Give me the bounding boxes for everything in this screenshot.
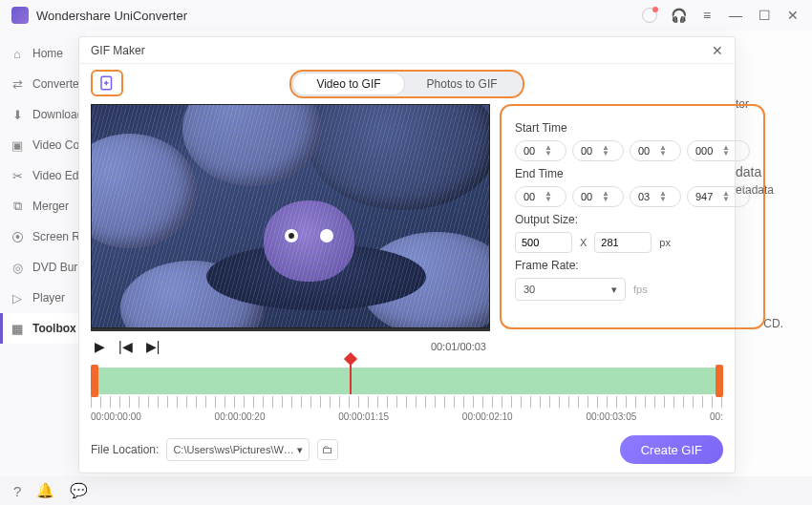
trim-start-handle[interactable] bbox=[91, 365, 98, 397]
chevron-down-icon: ▾ bbox=[611, 284, 617, 296]
sidebar-item-toolbox[interactable]: ▦Toolbox bbox=[0, 313, 86, 344]
next-frame-button[interactable]: ▶| bbox=[146, 339, 160, 354]
sidebar-item-dvd-burner[interactable]: ◎DVD Burner bbox=[0, 252, 86, 283]
home-icon: ⌂ bbox=[10, 46, 25, 61]
start-time-label: Start Time bbox=[515, 121, 750, 135]
settings-panel: Start Time 00▲▼ 00▲▼ 00▲▼ 000▲▼ End Time… bbox=[500, 104, 765, 329]
window-minimize-icon[interactable]: — bbox=[728, 8, 743, 23]
start-minutes-stepper[interactable]: 00▲▼ bbox=[572, 140, 624, 161]
stepper-arrows-icon[interactable]: ▲▼ bbox=[722, 145, 745, 157]
start-seconds-stepper[interactable]: 00▲▼ bbox=[630, 140, 681, 161]
start-ms-stepper[interactable]: 000▲▼ bbox=[687, 140, 750, 161]
tab-photos-to-gif[interactable]: Photos to GIF bbox=[404, 74, 521, 95]
end-minutes-stepper[interactable]: 00▲▼ bbox=[572, 186, 624, 207]
sidebar-item-label: Player bbox=[32, 291, 65, 305]
output-size-label: Output Size: bbox=[515, 213, 750, 226]
stepper-arrows-icon[interactable]: ▲▼ bbox=[722, 191, 745, 202]
timeline: 00:00:00:00 00:00:00:20 00:00:01:15 00:0… bbox=[91, 368, 723, 422]
fps-unit: fps bbox=[633, 284, 648, 295]
timeline-track[interactable] bbox=[91, 368, 723, 394]
add-media-button[interactable] bbox=[91, 70, 123, 96]
frame-rate-label: Frame Rate: bbox=[515, 259, 750, 272]
help-icon[interactable]: ? bbox=[13, 483, 21, 499]
record-icon: ⦿ bbox=[10, 229, 25, 244]
mode-tabs: Video to GIF Photos to GIF bbox=[289, 70, 524, 98]
window-maximize-icon[interactable]: ☐ bbox=[757, 8, 772, 23]
scissors-icon: ✂ bbox=[10, 168, 25, 183]
play-icon: ▷ bbox=[10, 290, 25, 305]
sidebar: ⌂Home ⇄Converter ⬇Downloader ▣Video Comp… bbox=[0, 31, 86, 476]
sidebar-item-label: Toolbox bbox=[32, 322, 76, 335]
stepper-arrows-icon[interactable]: ▲▼ bbox=[602, 145, 619, 157]
end-time-label: End Time bbox=[515, 167, 750, 180]
file-location-label: File Location: bbox=[91, 443, 159, 456]
stepper-arrows-icon[interactable]: ▲▼ bbox=[659, 191, 676, 202]
chevron-down-icon: ▾ bbox=[297, 444, 303, 456]
stepper-arrows-icon[interactable]: ▲▼ bbox=[545, 191, 562, 202]
stepper-arrows-icon[interactable]: ▲▼ bbox=[545, 145, 562, 157]
timeline-playhead[interactable] bbox=[350, 358, 352, 394]
timeline-ticks bbox=[91, 396, 723, 408]
disc-icon: ◎ bbox=[10, 260, 25, 275]
stepper-arrows-icon[interactable]: ▲▼ bbox=[602, 191, 619, 202]
sidebar-item-converter[interactable]: ⇄Converter bbox=[0, 69, 86, 99]
gif-maker-dialog: GIF Maker ✕ Video to GIF Photos to GIF bbox=[78, 36, 736, 473]
account-icon[interactable] bbox=[642, 8, 657, 23]
size-separator: X bbox=[580, 237, 587, 248]
browse-folder-button[interactable]: 🗀 bbox=[317, 439, 338, 460]
app-title: Wondershare UniConverter bbox=[36, 9, 187, 23]
support-icon[interactable]: 🎧 bbox=[671, 8, 686, 23]
menu-icon[interactable]: ≡ bbox=[699, 8, 715, 23]
titlebar: Wondershare UniConverter 🎧 ≡ — ☐ ✕ bbox=[0, 0, 812, 31]
sidebar-item-downloader[interactable]: ⬇Downloader bbox=[0, 99, 86, 130]
stepper-arrows-icon[interactable]: ▲▼ bbox=[659, 145, 676, 157]
bg-text-cd: CD. bbox=[763, 317, 783, 330]
statusbar: ? 🔔 💬 bbox=[0, 476, 812, 505]
end-hours-stepper[interactable]: 00▲▼ bbox=[515, 186, 566, 207]
chat-icon[interactable]: 💬 bbox=[70, 482, 88, 499]
sidebar-item-home[interactable]: ⌂Home bbox=[0, 38, 86, 69]
app-logo bbox=[11, 7, 29, 24]
start-hours-stepper[interactable]: 00▲▼ bbox=[515, 140, 566, 161]
download-icon: ⬇ bbox=[10, 107, 25, 122]
sidebar-item-video-compressor[interactable]: ▣Video Compressor bbox=[0, 130, 86, 160]
create-gif-button[interactable]: Create GIF bbox=[620, 435, 723, 464]
compress-icon: ▣ bbox=[10, 137, 25, 153]
timeline-labels: 00:00:00:00 00:00:00:20 00:00:01:15 00:0… bbox=[91, 411, 723, 422]
trim-end-handle[interactable] bbox=[716, 365, 723, 397]
file-location-select[interactable]: C:\Users\ws\Pictures\Wonders ▾ bbox=[166, 438, 310, 461]
sidebar-item-label: Merger bbox=[32, 200, 69, 213]
video-preview[interactable] bbox=[91, 104, 490, 328]
sidebar-item-screen-recorder[interactable]: ⦿Screen Recorder bbox=[0, 221, 86, 252]
output-width-input[interactable] bbox=[515, 232, 572, 253]
playback-time: 00:01/00:03 bbox=[431, 341, 486, 352]
grid-icon: ▦ bbox=[10, 321, 25, 336]
sidebar-item-merger[interactable]: ⧉Merger bbox=[0, 191, 86, 221]
merge-icon: ⧉ bbox=[10, 199, 25, 214]
end-ms-stepper[interactable]: 947▲▼ bbox=[687, 186, 750, 207]
sidebar-item-player[interactable]: ▷Player bbox=[0, 283, 86, 313]
end-seconds-stepper[interactable]: 03▲▼ bbox=[630, 186, 681, 207]
output-height-input[interactable] bbox=[594, 232, 652, 253]
sidebar-item-video-editor[interactable]: ✂Video Editor bbox=[0, 160, 86, 191]
dialog-title: GIF Maker bbox=[91, 44, 145, 57]
convert-icon: ⇄ bbox=[10, 76, 25, 92]
window-close-icon[interactable]: ✕ bbox=[785, 8, 801, 23]
prev-frame-button[interactable]: |◀ bbox=[118, 339, 133, 354]
play-button[interactable]: ▶ bbox=[95, 339, 105, 354]
size-unit: px bbox=[659, 237, 671, 248]
tab-video-to-gif[interactable]: Video to GIF bbox=[293, 74, 403, 95]
dialog-close-icon[interactable]: ✕ bbox=[712, 43, 723, 58]
bell-icon[interactable]: 🔔 bbox=[36, 482, 54, 499]
sidebar-item-label: Converter bbox=[32, 77, 83, 91]
frame-rate-select[interactable]: 30 ▾ bbox=[515, 278, 626, 301]
sidebar-item-label: Home bbox=[32, 47, 63, 60]
